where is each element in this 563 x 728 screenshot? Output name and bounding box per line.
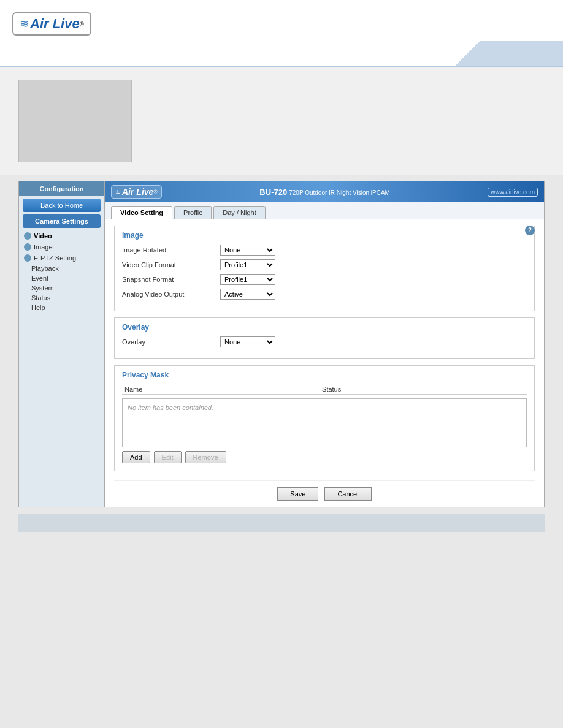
image-rotated-label: Image Rotated [122,246,220,254]
overlay-label: Overlay [122,338,220,346]
help-icon[interactable]: ? [525,226,535,235]
sidebar-item-status[interactable]: Status [19,293,104,303]
privacy-action-buttons: Add Edit Remove [122,451,527,463]
video-clip-format-select[interactable]: Profile1 Profile2 Profile3 [220,259,275,270]
tab-profile[interactable]: Profile [174,206,212,219]
sidebar-item-eptz[interactable]: E-PTZ Setting [19,252,104,264]
bottom-bar [18,514,545,532]
overlay-section-title: Overlay [122,323,527,332]
panel-logo-text: Air Live [122,187,153,197]
panel-website: www.airlive.com [488,188,538,197]
header-decoration [318,41,563,66]
interface-box: Configuration Back to Home Camera Settin… [18,181,545,507]
panel-logo: ≋ Air Live ® [111,185,162,199]
panel-model: BU-720 720P Outdoor IR Night Vision iPCA… [259,188,390,197]
overlay-row: Overlay None Date/Time Text [122,336,527,347]
privacy-name-col: Name [122,384,320,395]
privacy-empty-text: No item has been contained. [125,401,524,414]
privacy-mask-title: Privacy Mask [122,371,527,379]
sidebar-item-image[interactable]: Image [19,241,104,252]
snapshot-format-select[interactable]: Profile1 Profile2 Profile3 [220,274,275,285]
image-rotated-row: Image Rotated None Flip Mirror 180° [122,245,527,256]
sidebar-header: Configuration [19,181,104,196]
analog-video-select[interactable]: Active Inactive [220,289,275,300]
remove-button[interactable]: Remove [185,451,226,463]
image-rotated-select[interactable]: None Flip Mirror 180° [220,245,275,256]
cancel-button[interactable]: Cancel [324,487,371,501]
sidebar-item-help[interactable]: Help [19,303,104,313]
sidebar-item-event[interactable]: Event [19,273,104,283]
wifi-icon: ≋ [20,17,29,31]
image-section-title: Image [122,231,527,240]
sidebar-item-system[interactable]: System [19,283,104,293]
add-button[interactable]: Add [122,451,150,463]
analog-video-row: Analog Video Output Active Inactive [122,289,527,300]
form-content: ? Image Image Rotated None Flip Mirror 1… [105,219,544,507]
overlay-section: Overlay Overlay None Date/Time Text [114,317,535,359]
tab-day-night[interactable]: Day / Night [213,206,265,219]
logo-container: ≋ Air Live ® [12,12,91,36]
privacy-table-header: Name Status [122,384,527,395]
camera-preview [18,80,132,162]
sidebar-section-camera: Camera Settings [23,214,101,228]
tab-video-setting[interactable]: Video Setting [111,206,172,219]
sidebar-item-video[interactable]: Video [19,230,104,241]
panel-header: ≋ Air Live ® BU-720 720P Outdoor IR Nigh… [105,181,544,202]
save-button[interactable]: Save [277,487,318,501]
back-to-home-button[interactable]: Back to Home [23,199,101,212]
registered-symbol: ® [80,21,84,28]
logo-text: Air Live [30,16,80,32]
privacy-table-body: No item has been contained. [122,398,527,447]
image-icon [24,243,31,251]
privacy-status-col: Status [320,384,527,395]
eptz-icon [24,254,31,262]
image-section: Image Image Rotated None Flip Mirror 180… [114,226,535,311]
sidebar-item-playback[interactable]: Playback [19,264,104,273]
overlay-select[interactable]: None Date/Time Text [220,336,275,347]
page-header: ≋ Air Live ® [0,0,563,67]
snapshot-format-label: Snapshot Format [122,276,220,283]
edit-button[interactable]: Edit [154,451,182,463]
snapshot-format-row: Snapshot Format Profile1 Profile2 Profil… [122,274,527,285]
content-panel: ≋ Air Live ® BU-720 720P Outdoor IR Nigh… [105,181,544,507]
preview-area [0,67,563,175]
video-clip-format-row: Video Clip Format Profile1 Profile2 Prof… [122,259,527,270]
save-cancel-row: Save Cancel [114,480,535,501]
tabs-row: Video Setting Profile Day / Night [105,202,544,219]
sidebar: Configuration Back to Home Camera Settin… [19,181,105,507]
analog-video-label: Analog Video Output [122,290,220,298]
video-clip-format-label: Video Clip Format [122,261,220,268]
video-icon [24,232,31,240]
panel-registered: ® [153,189,158,195]
privacy-mask-section: Privacy Mask Name Status No item has bee… [114,365,535,471]
main-content: Configuration Back to Home Camera Settin… [0,175,563,544]
